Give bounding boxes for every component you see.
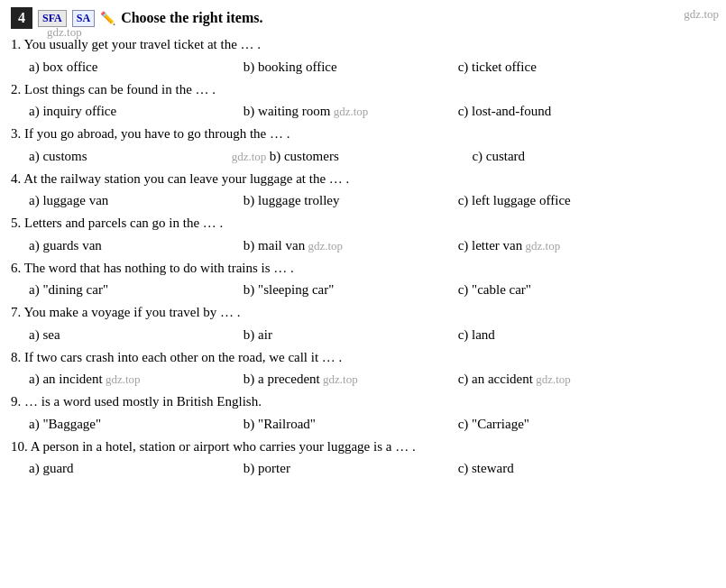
question-2: 2. Lost things can be found in the … . a… — [11, 79, 715, 123]
question-9-answers: a) "Baggage" b) "Railroad" c) "Carriage" — [11, 413, 715, 435]
question-2-text: 2. Lost things can be found in the … . — [11, 79, 715, 100]
q1-answer-a: a) box office — [29, 56, 244, 78]
q3-answer-b: b) customers — [232, 145, 473, 167]
exercise-number: 4 — [11, 7, 32, 29]
question-3-answers: a) customs gdz.top b) customers c) custa… — [11, 145, 715, 167]
question-9-text: 9. … is a word used mostly in British En… — [11, 391, 715, 412]
question-1: 1. You usually get your travel ticket at… — [11, 34, 715, 78]
q6-answer-b: b) "sleeping car" — [244, 279, 458, 300]
q6-answer-c: c) "cable car" — [458, 279, 715, 300]
question-3: 3. If you go abroad, you have to go thro… — [11, 124, 715, 167]
question-7: 7. You make a voyage if you travel by … … — [11, 302, 715, 345]
question-4: 4. At the railway station you can leave … — [11, 169, 715, 212]
q6-answer-a: a) "dining car" — [29, 279, 244, 300]
question-6-answers: a) "dining car" b) "sleeping car" c) "ca… — [11, 279, 715, 300]
question-5-answers: a) guards van b) mail van gdz.top c) let… — [11, 234, 715, 256]
sa-badge: SA — [72, 10, 95, 27]
q2-answer-b: b) waiting room gdz.top — [244, 100, 458, 122]
q1-answer-b: b) booking office — [244, 56, 458, 78]
q5-answer-b: b) mail van gdz.top — [244, 234, 458, 256]
q9-answer-c: c) "Carriage" — [458, 413, 715, 435]
q7-answer-b: b) air — [244, 324, 458, 345]
question-10-answers: a) guard b) porter c) steward — [11, 457, 715, 479]
question-6: 6. The word that has nothing to do with … — [11, 258, 715, 301]
question-3-text: 3. If you go abroad, you have to go thro… — [11, 124, 715, 144]
question-5: 5. Letters and parcels can go in the … .… — [11, 213, 715, 256]
q5-answer-a: a) guards van — [29, 234, 244, 256]
q4-answer-b: b) luggage trolley — [244, 189, 458, 211]
question-10-text: 10. A person in a hotel, station or airp… — [11, 436, 715, 457]
q10-answer-c: c) steward — [458, 457, 715, 479]
q7-answer-a: a) sea — [29, 324, 244, 345]
question-8: 8. If two cars crash into each other on … — [11, 347, 715, 390]
q7-answer-c: c) land — [458, 324, 715, 345]
question-7-text: 7. You make a voyage if you travel by … … — [11, 302, 715, 323]
instruction-text: Choose the right items. — [121, 10, 262, 26]
question-7-answers: a) sea b) air c) land — [11, 324, 715, 345]
question-8-answers: a) an incident gdz.top b) a precedent gd… — [11, 368, 715, 390]
q8-answer-b: b) a precedent gdz.top — [244, 368, 458, 390]
write-icon: ✏️ — [100, 11, 115, 26]
q2-answer-c: c) lost-and-found — [458, 100, 715, 122]
question-6-text: 6. The word that has nothing to do with … — [11, 258, 715, 279]
q2-answer-a: a) inquiry office — [29, 100, 244, 122]
q1-answer-c: c) ticket office — [458, 56, 715, 78]
exercise-header: 4 SFA SA ✏️ Choose the right items. — [11, 7, 715, 29]
q9-answer-b: b) "Railroad" — [244, 413, 458, 435]
q8-answer-c: c) an accident gdz.top — [458, 368, 715, 390]
question-4-text: 4. At the railway station you can leave … — [11, 169, 715, 189]
question-1-answers: a) box office b) booking office c) ticke… — [11, 56, 715, 78]
q3-answer-a: a) customs — [29, 145, 232, 167]
questions-container: 1. You usually get your travel ticket at… — [11, 34, 715, 479]
question-9: 9. … is a word used mostly in British En… — [11, 391, 715, 435]
question-5-text: 5. Letters and parcels can go in the … . — [11, 213, 715, 234]
q3-answer-c: c) custard — [472, 145, 715, 167]
question-1-text: 1. You usually get your travel ticket at… — [11, 34, 715, 55]
watermark-2: gdz.top — [684, 7, 719, 22]
q9-answer-a: a) "Baggage" — [29, 413, 244, 435]
sfa-badge: SFA — [38, 10, 67, 27]
q10-answer-a: a) guard — [29, 457, 244, 479]
q10-answer-b: b) porter — [244, 457, 458, 479]
q4-answer-c: c) left luggage office — [458, 189, 715, 211]
q5-answer-c: c) letter van gdz.top — [458, 234, 715, 256]
q4-answer-a: a) luggage van — [29, 189, 244, 211]
question-10: 10. A person in a hotel, station or airp… — [11, 436, 715, 480]
watermark-1: gdz.top — [47, 25, 82, 40]
q8-answer-a: a) an incident gdz.top — [29, 368, 244, 390]
question-4-answers: a) luggage van b) luggage trolley c) lef… — [11, 189, 715, 211]
question-8-text: 8. If two cars crash into each other on … — [11, 347, 715, 368]
question-2-answers: a) inquiry office b) waiting room gdz.to… — [11, 100, 715, 122]
